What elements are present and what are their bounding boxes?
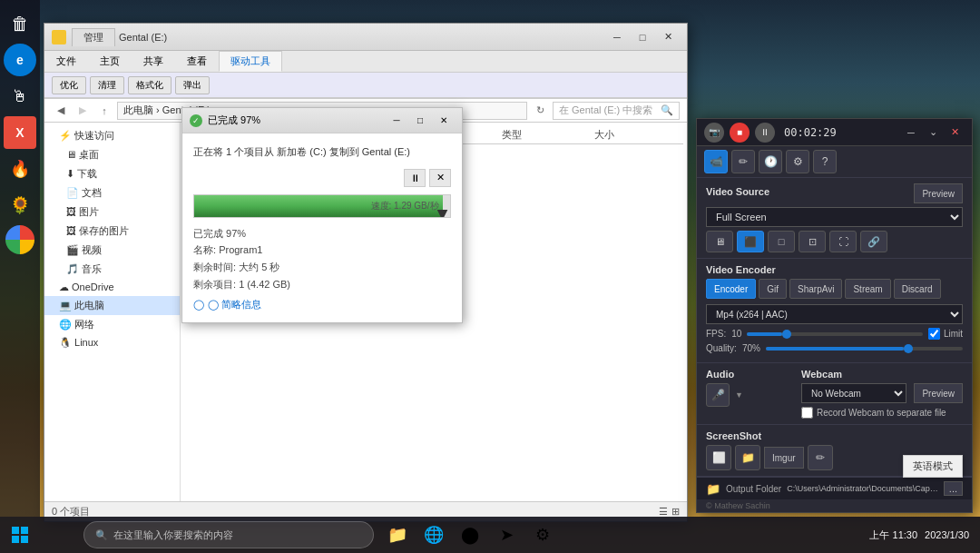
start-button[interactable] <box>0 517 40 553</box>
captura-mic-dropdown[interactable]: ▼ <box>735 390 743 400</box>
fe-sidebar-linux[interactable]: 🐧 Linux <box>44 334 180 351</box>
captura-scr-edit[interactable]: ✏ <box>808 445 833 470</box>
captura-imgur-btn[interactable]: Imgur <box>764 447 804 469</box>
copy-pause-btn[interactable]: ⏸ <box>404 169 426 187</box>
fe-search-box[interactable]: 在 Gental (E:) 中搜索 🔍 <box>553 102 680 120</box>
captura-scr-folder[interactable]: 📁 <box>735 445 760 470</box>
captura-limit-checkbox[interactable] <box>928 328 940 340</box>
captura-enc-sharpavi[interactable]: SharpAvi <box>789 279 842 299</box>
captura-draw-icon[interactable]: ✏ <box>731 150 755 173</box>
captura-src-monitor[interactable]: 🖥 <box>706 231 733 252</box>
sidebar-icon-target[interactable]: 🌻 <box>4 189 36 222</box>
captura-enc-encoder[interactable]: Encoder <box>706 279 756 299</box>
captura-src-region[interactable]: ⊡ <box>799 231 826 252</box>
captura-toolbar: 📹 ✏ 🕐 ⚙ ? <box>697 146 972 178</box>
captura-minimize-btn[interactable]: ─ <box>901 123 921 143</box>
fe-sidebar-thispc[interactable]: 💻 此电脑 <box>44 296 180 315</box>
captura-output-more-btn[interactable]: ... <box>944 481 963 496</box>
captura-camera-btn[interactable]: 📷 <box>704 123 724 143</box>
captura-src-window[interactable]: ⬛ <box>737 231 764 252</box>
fe-eject-btn[interactable]: 弹出 <box>175 76 210 94</box>
captura-src-fullscreen[interactable]: ⛶ <box>829 231 857 252</box>
search-icon: 🔍 <box>95 529 108 541</box>
fe-sidebar-desktop[interactable]: 🖥 桌面 <box>44 145 180 164</box>
captura-record-btn[interactable]: ■ <box>730 123 750 143</box>
fe-tab-drive-tools[interactable]: 驱动工具 <box>219 51 282 72</box>
taskbar-chrome[interactable]: ⬤ <box>454 518 486 551</box>
captura-titlebar: 📷 ■ ⏸ 00:02:29 ─ ⌄ ✕ <box>697 119 972 146</box>
fe-sidebar-videos[interactable]: 🎬 视频 <box>44 241 180 260</box>
fe-tab-home[interactable]: 主页 <box>88 51 132 72</box>
fe-col-size[interactable]: 大小 <box>594 128 680 142</box>
fe-close-btn[interactable]: ✕ <box>656 28 680 46</box>
taskbar-fileexplorer[interactable]: 📁 <box>381 518 414 551</box>
fe-maximize-btn[interactable]: □ <box>631 28 654 46</box>
fe-tab-view[interactable]: 查看 <box>175 51 219 72</box>
fe-forward-btn[interactable]: ▶ <box>74 102 92 120</box>
fe-sidebar-quickaccess[interactable]: ⚡ 快速访问 <box>44 126 180 145</box>
fe-minimize-btn[interactable]: ─ <box>605 28 629 46</box>
captura-help-icon[interactable]: ? <box>813 150 837 173</box>
copy-cancel-btn[interactable]: ✕ <box>429 169 451 187</box>
captura-expand-btn[interactable]: ⌄ <box>923 123 943 143</box>
taskbar-arrow[interactable]: ➤ <box>490 518 523 551</box>
captura-enc-stream[interactable]: Stream <box>845 279 890 299</box>
taskbar-search[interactable]: 🔍 在这里输入你要搜索的内容 <box>83 521 374 548</box>
copy-minimize-btn[interactable]: ─ <box>386 113 407 129</box>
captura-limit-check[interactable]: Limit <box>928 328 963 340</box>
copy-items-line: 剩余项目: 1 (4.42 GB) <box>193 276 451 293</box>
sidebar-icon-fire[interactable]: 🔥 <box>4 153 36 185</box>
captura-enc-gif[interactable]: Gif <box>759 279 787 299</box>
fe-tab-file[interactable]: 文件 <box>44 51 88 72</box>
captura-settings-icon[interactable]: ⚙ <box>786 150 809 173</box>
captura-webcam-select[interactable]: No Webcam <box>801 383 906 403</box>
captura-src-link[interactable]: 🔗 <box>860 231 887 252</box>
fe-format-btn[interactable]: 格式化 <box>128 76 172 94</box>
captura-quality-slider[interactable] <box>766 347 963 351</box>
taskbar-browser[interactable]: 🌐 <box>417 518 450 551</box>
fe-back-btn[interactable]: ◀ <box>52 102 70 120</box>
sidebar-icon-mouse[interactable]: 🖱 <box>4 80 36 113</box>
sidebar-icon-xtmind[interactable]: X <box>4 116 36 149</box>
copy-progress-bg: 速度: 1.29 GB/秒 <box>193 194 451 218</box>
sidebar-icon-recycle[interactable]: 🗑 <box>4 7 36 40</box>
fe-sidebar-pics[interactable]: 🖼 图片 <box>44 202 180 222</box>
fe-sidebar-music[interactable]: 🎵 音乐 <box>44 260 180 279</box>
fe-tab-share[interactable]: 共享 <box>132 51 175 72</box>
taskbar-settings[interactable]: ⚙ <box>526 518 559 551</box>
fe-optimize-btn[interactable]: 优化 <box>52 76 86 94</box>
fe-up-btn[interactable]: ↑ <box>95 102 113 120</box>
captura-recent-icon[interactable]: 🕐 <box>759 150 782 173</box>
copy-close-btn[interactable]: ✕ <box>433 113 455 129</box>
fe-sidebar-saved-pics[interactable]: 🖼 保存的图片 <box>44 222 180 241</box>
captura-scr-capture[interactable]: ⬜ <box>706 445 731 470</box>
copy-maximize-btn[interactable]: □ <box>409 113 431 129</box>
captura-src-app[interactable]: □ <box>768 231 795 252</box>
fe-sidebar: ⚡ 快速访问 🖥 桌面 ⬇ 下载 📄 文档 🖼 图片 🖼 保存的图片 🎬 视频 … <box>44 123 181 501</box>
copy-time-value: 大约 5 秒 <box>239 262 279 272</box>
captura-format-select[interactable]: Mp4 (x264 | AAC) <box>706 304 963 324</box>
fe-sidebar-downloads[interactable]: ⬇ 下载 <box>44 164 180 183</box>
captura-output-label: Output Folder <box>726 484 781 494</box>
captura-webcam-preview[interactable]: Preview <box>914 383 963 403</box>
captura-webcam-sep-check[interactable] <box>801 407 813 419</box>
captura-enc-discard[interactable]: Discard <box>894 279 941 299</box>
fe-tab[interactable]: 管理 <box>72 28 115 46</box>
sidebar-icon-chrome[interactable] <box>5 225 34 254</box>
copy-more-info-btn[interactable]: ◯ ◯ 简略信息 <box>193 298 451 311</box>
sidebar-icon-edge[interactable]: e <box>4 44 36 76</box>
fe-col-type[interactable]: 类型 <box>502 128 587 142</box>
fe-sidebar-docs[interactable]: 📄 文档 <box>44 183 180 202</box>
fe-refresh-btn[interactable]: ↻ <box>531 102 549 120</box>
svg-rect-2 <box>12 536 19 543</box>
captura-preview-btn[interactable]: Preview <box>914 183 963 203</box>
fe-cleanup-btn[interactable]: 清理 <box>90 76 124 94</box>
captura-source-select[interactable]: Full Screen <box>706 207 963 227</box>
captura-mic-btn[interactable]: 🎤 <box>706 383 730 407</box>
captura-pause-btn[interactable]: ⏸ <box>755 123 775 143</box>
fe-sidebar-onedrive[interactable]: ☁ OneDrive <box>44 279 180 296</box>
captura-fps-slider[interactable] <box>747 332 923 336</box>
fe-sidebar-network[interactable]: 🌐 网络 <box>44 315 180 334</box>
captura-close-btn[interactable]: ✕ <box>945 123 965 143</box>
captura-video-icon[interactable]: 📹 <box>704 150 728 173</box>
